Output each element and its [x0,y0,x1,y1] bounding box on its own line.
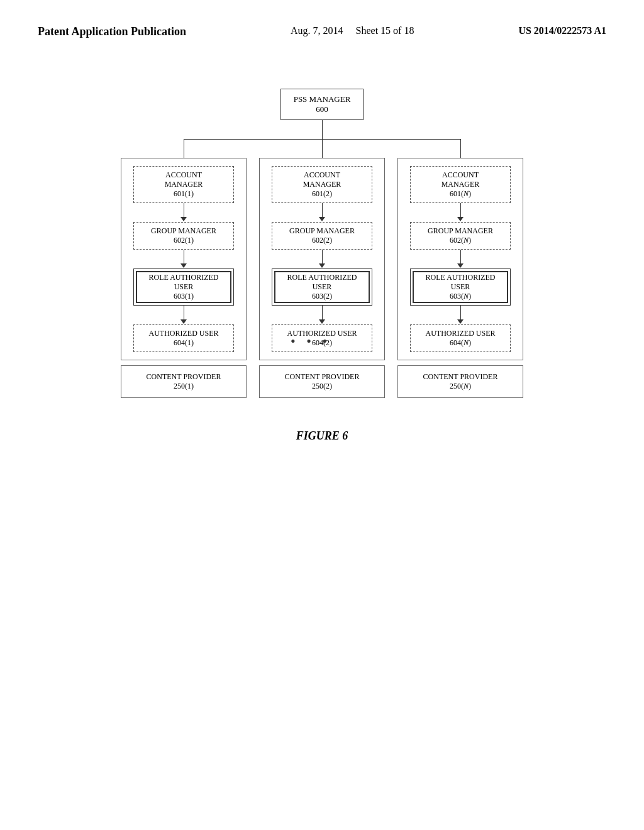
au1-id: 604(1) [140,338,227,348]
ra1-label: ROLE AUTHORIZEDUSER [138,273,230,292]
cp3-label: CONTENT PROVIDER [403,372,518,382]
ra2-label: ROLE AUTHORIZEDUSER [276,273,368,292]
gm3-label: GROUP MANAGER [417,226,504,236]
vdrop-col3 [460,139,461,158]
role-authorized-2: ROLE AUTHORIZEDUSER 603(2) [272,268,372,306]
arrow-line [322,306,323,319]
cp1-label: CONTENT PROVIDER [126,372,241,382]
content-provider-1: CONTENT PROVIDER 250(1) [121,365,247,398]
authorized-user-1: AUTHORIZED USER 604(1) [133,324,234,352]
arrow-tip [180,217,187,221]
arrow-1-3 [180,306,187,324]
cp3-id: 250(N) [403,382,518,391]
sheet-info: Sheet 15 of 18 [356,25,414,36]
column-1-outer: ACCOUNTMANAGER 601(1) GROUP MANAGER 602(… [121,158,247,360]
column-2-outer: ACCOUNTMANAGER 601(2) GROUP MANAGER 602(… [259,158,385,360]
gm1-id: 602(1) [140,236,227,245]
column-2: ACCOUNTMANAGER 601(2) GROUP MANAGER 602(… [253,158,391,398]
ra3-id: 603(N) [414,292,506,301]
publication-date-sheet: Aug. 7, 2014 Sheet 15 of 18 [291,25,414,36]
au1-label: AUTHORIZED USER [140,329,227,338]
ra3-label: ROLE AUTHORIZEDUSER [414,273,506,292]
content-provider-3: CONTENT PROVIDER 250(N) [397,365,523,398]
role-authorized-3: ROLE AUTHORIZEDUSER 603(N) [410,268,511,306]
arrow-tip [457,263,464,268]
arrow-1-2 [180,250,187,268]
gm2-id: 602(2) [279,236,365,245]
ra2-id: 603(2) [276,292,368,301]
am1-label: ACCOUNTMANAGER [140,170,227,189]
arrow-line [184,203,184,217]
arrow-tip [457,319,464,324]
arrow-2-3 [319,306,325,324]
arrow-tip [319,217,325,221]
column-3-outer: ACCOUNTMANAGER 601(N) GROUP MANAGER 602(… [397,158,523,360]
ellipsis-dots: • • • [291,333,331,350]
gm3-id: 602(N) [417,236,504,245]
arrow-2-1 [319,203,325,222]
group-manager-3: GROUP MANAGER 602(N) [410,222,511,250]
h-connector-top [114,139,530,158]
arrow-tip [319,263,325,268]
pss-manager-box: PSS MANAGER 600 [280,89,364,120]
arrow-1-1 [180,203,187,222]
gm1-label: GROUP MANAGER [140,226,227,236]
account-manager-2: ACCOUNTMANAGER 601(2) [272,166,372,203]
columns-wrapper: ACCOUNTMANAGER 601(1) GROUP MANAGER 602(… [114,158,530,398]
figure-label: FIGURE 6 [296,429,348,443]
arrow-line [184,250,184,263]
pss-manager-label: PSS MANAGER [294,94,351,104]
page-header: Patent Application Publication Aug. 7, 2… [0,0,644,38]
arrow-3-1 [457,203,464,222]
arrow-line [460,306,461,319]
au3-label: AUTHORIZED USER [417,329,504,338]
publication-title: Patent Application Publication [38,25,186,38]
account-manager-3: ACCOUNTMANAGER 601(N) [410,166,511,203]
content-provider-2: CONTENT PROVIDER 250(2) [259,365,385,398]
publication-number: US 2014/0222573 A1 [518,25,606,36]
arrow-tip [457,217,464,221]
cp2-id: 250(2) [265,382,379,391]
am1-id: 601(1) [140,189,227,199]
vdrop-col2 [322,139,323,158]
group-manager-1: GROUP MANAGER 602(1) [133,222,234,250]
arrow-3-2 [457,250,464,268]
arrow-line [460,203,461,217]
role-authorized-1: ROLE AUTHORIZEDUSER 603(1) [133,268,234,306]
am2-label: ACCOUNTMANAGER [279,170,365,189]
gm2-label: GROUP MANAGER [279,226,365,236]
arrow-2-2 [319,250,325,268]
arrow-line [460,250,461,263]
pss-manager-id: 600 [294,104,351,114]
arrow-line [184,306,184,319]
account-manager-1: ACCOUNTMANAGER 601(1) [133,166,234,203]
arrow-tip [319,319,325,324]
cp1-id: 250(1) [126,382,241,391]
column-3: ACCOUNTMANAGER 601(N) GROUP MANAGER 602(… [391,158,530,398]
am2-id: 601(2) [279,189,365,199]
diagram-area: PSS MANAGER 600 ACCOUNTMANAGER 601(1) [0,89,644,443]
arrow-tip [180,319,187,324]
am3-id: 601(N) [417,189,504,199]
am3-label: ACCOUNTMANAGER [417,170,504,189]
column-1: ACCOUNTMANAGER 601(1) GROUP MANAGER 602(… [114,158,253,398]
au3-id: 604(N) [417,338,504,348]
vdrop-col1 [184,139,184,158]
ra1-id: 603(1) [138,292,230,301]
group-manager-2: GROUP MANAGER 602(2) [272,222,372,250]
publication-date: Aug. 7, 2014 [291,25,343,36]
cp2-label: CONTENT PROVIDER [265,372,379,382]
arrow-3-3 [457,306,464,324]
authorized-user-3: AUTHORIZED USER 604(N) [410,324,511,352]
arrow-line [322,250,323,263]
arrow-tip [180,263,187,268]
vline-pss [322,120,323,139]
arrow-line [322,203,323,217]
